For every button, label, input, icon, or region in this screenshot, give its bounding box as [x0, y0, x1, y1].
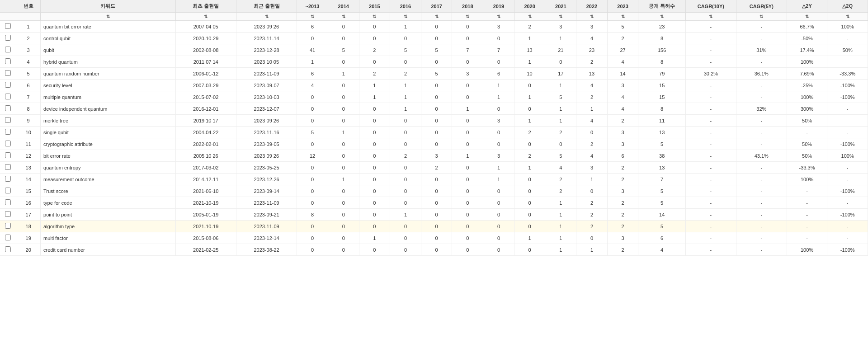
col-header-d2y[interactable]: △2Y — [787, 0, 827, 13]
row-y2022: 2 — [576, 138, 608, 150]
row-checkbox-cell — [0, 56, 16, 68]
row-num: 8 — [16, 103, 41, 115]
sub-col-y2023[interactable]: ⇅ — [607, 13, 638, 21]
col-header-y2016[interactable]: 2016 — [390, 0, 421, 13]
sub-col-y2022[interactable]: ⇅ — [576, 13, 608, 21]
row-y2023: 5 — [607, 21, 638, 33]
row-checkbox[interactable] — [5, 129, 11, 135]
col-header-y2021[interactable]: 2021 — [545, 0, 576, 13]
row-y2013: 0 — [297, 91, 328, 103]
row-checkbox[interactable] — [5, 152, 11, 158]
col-header-d2q[interactable]: △2Q — [827, 0, 868, 13]
row-keyword: algorithm type — [41, 221, 176, 232]
sub-col-y2016[interactable]: ⇅ — [390, 13, 421, 21]
col-header-y2013[interactable]: ~2013 — [297, 0, 328, 13]
row-checkbox[interactable] — [5, 211, 11, 217]
row-y2014: 0 — [328, 232, 359, 244]
sub-col-first-date[interactable]: ⇅ — [175, 13, 236, 21]
sub-col-y2017[interactable]: ⇅ — [421, 13, 452, 21]
row-y2018: 0 — [452, 232, 483, 244]
row-y2021: 1 — [545, 209, 576, 221]
row-y2013: 0 — [297, 162, 328, 174]
col-header-patents[interactable]: 공개 특허수 — [638, 0, 685, 13]
col-header-y2019[interactable]: 2019 — [483, 0, 514, 13]
sub-col-y2014[interactable]: ⇅ — [328, 13, 359, 21]
col-header-y2020[interactable]: 2020 — [514, 0, 545, 13]
row-y2020: 0 — [514, 197, 545, 209]
sub-col-d2q[interactable]: ⇅ — [827, 13, 868, 21]
col-header-check — [0, 0, 16, 13]
row-y2018: 1 — [452, 103, 483, 115]
row-keyword: security level — [41, 80, 176, 91]
row-checkbox[interactable] — [5, 141, 11, 146]
row-checkbox[interactable] — [5, 164, 11, 170]
row-y2021: 2 — [545, 174, 576, 185]
sub-col-y2020[interactable]: ⇅ — [514, 13, 545, 21]
row-checkbox[interactable] — [5, 47, 11, 52]
row-checkbox-cell — [0, 150, 16, 162]
row-first-date: 2022-02-01 — [175, 138, 236, 150]
row-checkbox[interactable] — [5, 246, 11, 252]
row-checkbox[interactable] — [5, 105, 11, 111]
row-y2014: 1 — [328, 127, 359, 138]
row-checkbox[interactable] — [5, 70, 11, 76]
row-checkbox[interactable] — [5, 117, 11, 123]
col-header-y2023[interactable]: 2023 — [607, 0, 638, 13]
row-first-date: 2016-12-01 — [175, 103, 236, 115]
col-header-y2018[interactable]: 2018 — [452, 0, 483, 13]
row-y2018: 0 — [452, 185, 483, 197]
row-keyword: control qubit — [41, 33, 176, 44]
row-y2017: 3 — [421, 150, 452, 162]
sub-col-y2021[interactable]: ⇅ — [545, 13, 576, 21]
row-y2020: 1 — [514, 33, 545, 44]
sub-col-cagr5[interactable]: ⇅ — [736, 13, 787, 21]
row-y2023: 2 — [607, 244, 638, 256]
row-checkbox-cell — [0, 244, 16, 256]
row-checkbox[interactable] — [5, 223, 11, 229]
row-checkbox[interactable] — [5, 235, 11, 240]
row-d2y: 66.7% — [787, 21, 827, 33]
row-d2y: 100% — [787, 244, 827, 256]
row-checkbox[interactable] — [5, 199, 11, 205]
row-checkbox[interactable] — [5, 94, 11, 99]
row-d2q: 100% — [827, 150, 868, 162]
row-y2016: 0 — [390, 127, 421, 138]
col-header-y2015[interactable]: 2015 — [359, 0, 390, 13]
row-cagr5: - — [736, 115, 787, 127]
col-header-y2017[interactable]: 2017 — [421, 0, 452, 13]
row-cagr10: - — [685, 127, 736, 138]
row-y2022: 0 — [576, 185, 608, 197]
col-header-cagr5[interactable]: CAGR(5Y) — [736, 0, 787, 13]
row-checkbox[interactable] — [5, 23, 11, 29]
row-num: 19 — [16, 232, 41, 244]
sub-col-cagr10[interactable]: ⇅ — [685, 13, 736, 21]
col-header-last-date[interactable]: 최근 출현일 — [236, 0, 297, 13]
sub-col-d2y[interactable]: ⇅ — [787, 13, 827, 21]
col-header-cagr10[interactable]: CAGR(10Y) — [685, 0, 736, 13]
sub-col-y2015[interactable]: ⇅ — [359, 13, 390, 21]
row-checkbox[interactable] — [5, 82, 11, 88]
sub-col-y2019[interactable]: ⇅ — [483, 13, 514, 21]
row-keyword: quantum random number — [41, 68, 176, 80]
sub-col-last-date[interactable]: ⇅ — [236, 13, 297, 21]
row-checkbox[interactable] — [5, 176, 11, 182]
row-last-date: 2023-09-14 — [236, 185, 297, 197]
col-header-num[interactable]: 번호 — [16, 0, 41, 13]
row-patents: 8 — [638, 103, 685, 115]
col-header-keyword[interactable]: 키워드 — [41, 0, 176, 13]
row-checkbox[interactable] — [5, 188, 11, 193]
row-patents: 14 — [638, 209, 685, 221]
sub-col-y2013[interactable]: ⇅ — [297, 13, 328, 21]
col-header-y2022[interactable]: 2022 — [576, 0, 608, 13]
row-checkbox[interactable] — [5, 58, 11, 64]
sub-col-y2018[interactable]: ⇅ — [452, 13, 483, 21]
sub-col-patents[interactable]: ⇅ — [638, 13, 685, 21]
row-checkbox[interactable] — [5, 35, 11, 41]
col-header-first-date[interactable]: 최초 출현일 — [175, 0, 236, 13]
row-cagr5: - — [736, 80, 787, 91]
row-y2019: 1 — [483, 174, 514, 185]
row-y2021: 0 — [545, 138, 576, 150]
sub-col-keyword[interactable]: ⇅ — [41, 13, 176, 21]
col-header-y2014[interactable]: 2014 — [328, 0, 359, 13]
row-cagr10: - — [685, 44, 736, 56]
